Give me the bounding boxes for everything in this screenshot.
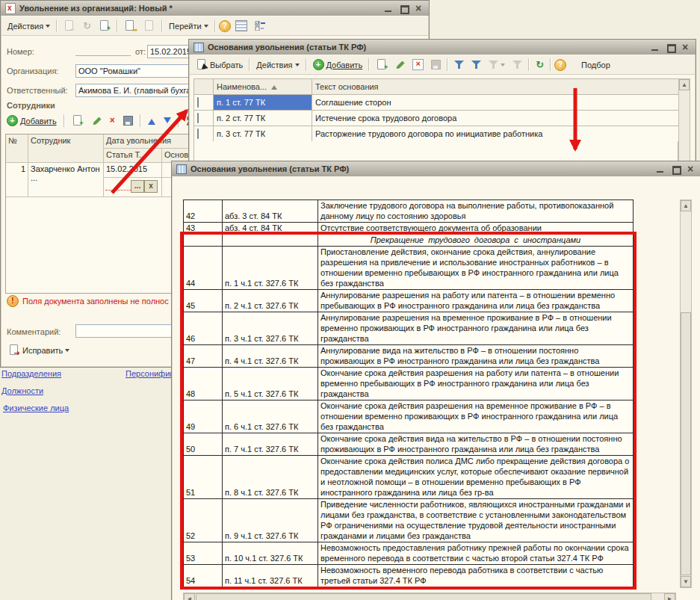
filter-settings-button[interactable] — [451, 59, 467, 70]
move-down-button[interactable] — [161, 114, 174, 128]
basis-text-cell[interactable]: Невозможность предоставления работнику п… — [318, 542, 634, 565]
article-code-cell[interactable]: п. 3 ч.1 ст. 327.6 ТК — [223, 312, 318, 345]
reference-row[interactable]: 47 п. 4 ч.1 ст. 327.6 ТК Аннулирование в… — [184, 345, 634, 368]
article-code-cell[interactable]: п. 2 ч.1 ст. 327.6 ТК — [223, 290, 318, 312]
filter-by-value-button[interactable] — [468, 59, 484, 70]
add-button[interactable]: +Добавить — [310, 58, 366, 71]
close-icon[interactable]: × — [682, 43, 691, 52]
row-selector-cell[interactable] — [194, 126, 214, 142]
scroll-left-icon[interactable]: ◄ — [184, 593, 195, 600]
close-icon[interactable]: × — [687, 165, 696, 173]
row-number-cell[interactable]: 53 — [184, 542, 223, 565]
required-field-underline[interactable] — [105, 180, 131, 191]
article-code-cell[interactable]: абз. 3 ст. 84 ТК — [223, 200, 318, 223]
close-icon[interactable]: × — [415, 4, 424, 13]
reference-row[interactable]: 43 абз. 4 ст. 84 ТК Отсутствие соответст… — [184, 223, 634, 235]
reference-row[interactable]: 44 п. 1 ч.1 ст. 327.6 ТК Приостановление… — [184, 247, 634, 290]
article-code-cell[interactable]: п. 4 ч.1 ст. 327.6 ТК — [223, 345, 318, 368]
link-individuals[interactable]: Физические лица — [3, 403, 69, 412]
link-departments[interactable]: Подразделения — [1, 369, 61, 378]
reference-row[interactable]: 52 п. 9 ч.1 ст. 327.6 ТК Приведение числ… — [184, 499, 634, 542]
maximize-icon[interactable] — [666, 43, 675, 52]
row-num-cell[interactable]: 1 — [6, 163, 28, 197]
article-code-cell[interactable]: п. 11 ч.1 ст. 327.6 ТК — [223, 565, 318, 587]
scroll-down-icon[interactable]: ▼ — [681, 576, 691, 587]
basis-text-cell[interactable]: Окончание срока действия разрешения на в… — [318, 400, 634, 433]
row-number-cell[interactable]: 51 — [184, 456, 223, 499]
minimize-icon[interactable] — [656, 165, 665, 173]
reference-row[interactable]: 42 абз. 3 ст. 84 ТК Заключение трудового… — [184, 200, 634, 223]
refresh-button[interactable]: ↻ — [533, 59, 547, 70]
article-code-cell[interactable]: п. 5 ч.1 ст. 327.6 ТК — [223, 368, 318, 400]
reference-row[interactable]: 46 п. 3 ч.1 ст. 327.6 ТК Аннулирование р… — [184, 312, 634, 345]
move-up-button[interactable] — [145, 117, 158, 126]
settings-button[interactable] — [252, 20, 269, 31]
article-code-cell[interactable]: абз. 4 ст. 84 ТК — [223, 223, 318, 235]
minimize-icon[interactable] — [384, 4, 393, 13]
row-number-cell[interactable]: 49 — [184, 400, 223, 433]
help-button[interactable]: ? — [554, 59, 566, 71]
reread-button[interactable]: ↻ — [80, 20, 94, 31]
pick-button[interactable]: Подбор — [578, 60, 613, 70]
row-number-cell[interactable]: 50 — [184, 433, 223, 456]
basis-text-cell[interactable]: Приостановление действия, окончание срок… — [318, 247, 634, 290]
basis-text-cell[interactable]: Расторжение трудового договора по инициа… — [312, 126, 679, 142]
reference-row[interactable]: 45 п. 2 ч.1 ст. 327.6 ТК Аннулирование р… — [184, 290, 634, 312]
reference-row[interactable]: 53 п. 10 ч.1 ст. 327.6 ТК Невозможность … — [184, 542, 634, 565]
copy-document-button[interactable]: + — [96, 19, 114, 32]
delete-row-button[interactable]: × — [107, 115, 118, 126]
copy-row-button[interactable]: + — [69, 114, 87, 127]
row-number-cell[interactable] — [184, 235, 223, 247]
dismissal-date-cell[interactable]: 15.02.2015 — [104, 163, 162, 178]
basis-text-cell[interactable]: Окончание срока действия полиса ДМС либо… — [318, 456, 634, 499]
basis-text-cell[interactable]: Аннулирование разрешения на временное пр… — [318, 312, 634, 345]
row-number-cell[interactable]: 46 — [184, 312, 223, 345]
reference-row[interactable]: Прекращение трудового договора с иностра… — [184, 235, 634, 247]
basis-text-cell[interactable]: Заключение трудового договора на выполне… — [318, 200, 634, 223]
basis-code-cell[interactable]: п. 3 ст. 77 ТК — [214, 126, 312, 142]
article-code-cell[interactable]: п. 6 ч.1 ст. 327.6 ТК — [223, 400, 318, 433]
link-personified[interactable]: Персонифиц — [126, 369, 172, 378]
row-number-cell[interactable]: 44 — [184, 247, 223, 290]
reference-row[interactable]: 49 п. 6 ч.1 ст. 327.6 ТК Окончание срока… — [184, 400, 634, 433]
row-number-cell[interactable]: 42 — [184, 200, 223, 223]
article-code-cell[interactable]: п. 7 ч.1 ст. 327.6 ТК — [223, 433, 318, 456]
unpost-document-button[interactable] — [140, 19, 158, 32]
link-positions[interactable]: Должности — [1, 386, 43, 395]
reference-row[interactable]: 54 п. 11 ч.1 ст. 327.6 ТК Невозможность … — [184, 565, 634, 587]
picker-dots-button[interactable]: ... — [131, 180, 144, 193]
article-code-cell[interactable] — [223, 235, 318, 247]
post-document-button[interactable]: ●● — [121, 19, 139, 32]
fix-button[interactable]: ➔ Исправить — [5, 344, 72, 356]
number-field[interactable] — [75, 44, 131, 56]
article-code-cell[interactable]: п. 10 ч.1 ст. 327.6 ТК — [223, 542, 318, 565]
edit-row-button[interactable] — [89, 115, 105, 126]
delete-item-button[interactable]: × — [409, 58, 427, 71]
basis-text-cell[interactable]: Окончание срока действия вида на жительс… — [318, 433, 634, 456]
filter-history-button[interactable] — [486, 59, 508, 70]
help-button[interactable]: ? — [219, 20, 231, 32]
article-edit-cell[interactable]: ...x — [104, 178, 162, 197]
ref-vertical-scrollbar[interactable]: ▲ ▼ — [680, 200, 692, 588]
scroll-up-icon[interactable]: ▲ — [681, 200, 691, 211]
row-number-cell[interactable]: 48 — [184, 368, 223, 400]
reference-row[interactable]: 50 п. 7 ч.1 ст. 327.6 ТК Окончание срока… — [184, 433, 634, 456]
basis-text-cell[interactable]: Окончание срока действия разрешения на р… — [318, 368, 634, 400]
clear-x-button[interactable]: x — [144, 180, 158, 193]
end-edit-button[interactable] — [428, 59, 444, 70]
store-button[interactable]: ← — [61, 19, 78, 32]
basis-text-cell[interactable]: Аннулирование разрешения на работу или п… — [318, 290, 634, 312]
minimize-icon[interactable] — [651, 43, 660, 52]
row-selector-cell[interactable] — [194, 111, 214, 126]
basis-text-cell[interactable]: Истечение срока трудового договора — [312, 111, 679, 126]
goto-menu-button[interactable]: Перейти — [166, 21, 211, 31]
open-list-button[interactable] — [232, 19, 250, 32]
list-window-titlebar[interactable]: Основания увольнения (статьи ТК РФ) × — [189, 40, 696, 55]
actions-menu-button[interactable]: Действия — [253, 60, 302, 70]
maximize-icon[interactable] — [672, 165, 681, 173]
list-row[interactable]: п. 1 ст. 77 ТК Соглашение сторон — [194, 95, 679, 111]
basis-code-cell[interactable]: п. 2 ст. 77 ТК — [214, 111, 312, 126]
basis-text-cell[interactable]: Приведение численности работников, являю… — [318, 499, 634, 542]
basis-text-cell[interactable]: Прекращение трудового договора с иностра… — [318, 235, 634, 247]
row-number-cell[interactable]: 54 — [184, 565, 223, 587]
